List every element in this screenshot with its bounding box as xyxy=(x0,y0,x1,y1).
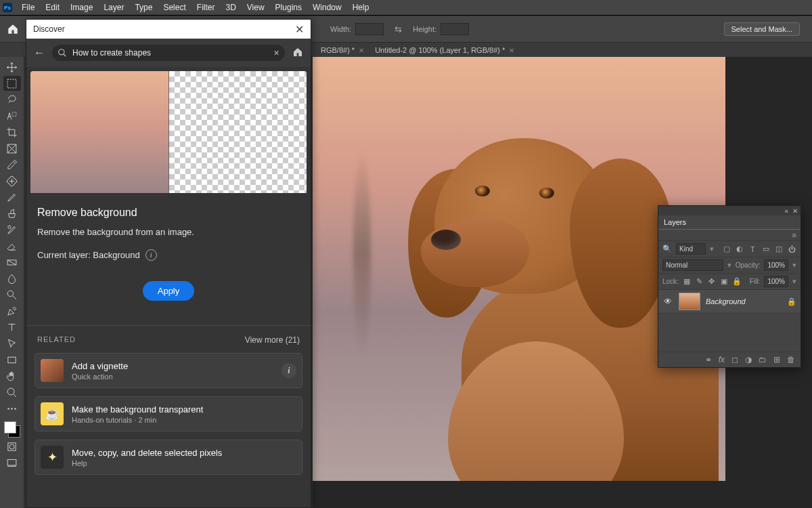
lock-label: Lock: xyxy=(662,278,679,285)
related-item-move-copy-delete[interactable]: ✦ Move, copy, and delete selected pixels… xyxy=(35,440,302,475)
svg-point-6 xyxy=(7,291,14,297)
visibility-toggle-icon[interactable]: 👁 xyxy=(662,297,673,306)
menu-help[interactable]: Help xyxy=(347,0,375,15)
optionsbar-width-label: Width: xyxy=(330,25,351,33)
related-item-subtitle: Hands-on tutorials · 2 min xyxy=(72,416,296,424)
lock-icon[interactable]: 🔒 xyxy=(787,297,796,306)
discover-preview-image xyxy=(30,71,307,193)
filter-kind-dropdown[interactable]: Kind xyxy=(676,243,706,255)
document-tab[interactable]: RGB/8#) * ✕ xyxy=(315,43,369,58)
lock-position-icon[interactable]: ✥ xyxy=(707,277,715,286)
clone-stamp-tool[interactable] xyxy=(3,206,21,221)
new-layer-icon[interactable]: ⊞ xyxy=(773,355,780,364)
type-tool[interactable] xyxy=(3,320,21,335)
discover-search-input[interactable] xyxy=(71,47,273,58)
pen-tool[interactable] xyxy=(3,303,21,318)
blend-mode-dropdown[interactable]: Normal xyxy=(662,259,723,271)
menu-layer[interactable]: Layer xyxy=(98,0,129,15)
filter-type-icon[interactable]: T xyxy=(748,245,757,253)
svg-point-13 xyxy=(9,444,14,448)
menu-select[interactable]: Select xyxy=(158,0,191,15)
menu-type[interactable]: Type xyxy=(129,0,158,15)
discover-home-button[interactable] xyxy=(290,47,305,60)
foreground-background-swatches[interactable] xyxy=(4,421,20,438)
collapse-panel-icon[interactable]: « xyxy=(784,207,788,215)
crop-tool[interactable] xyxy=(3,125,21,140)
layers-panel-tab[interactable]: Layers xyxy=(658,215,800,230)
close-tab-icon[interactable]: ✕ xyxy=(509,47,514,54)
filter-adjust-icon[interactable]: ◐ xyxy=(735,245,744,253)
close-panel-icon[interactable]: ✕ xyxy=(792,207,798,215)
document-tab[interactable]: Untitled-2 @ 100% (Layer 1, RGB/8#) * ✕ xyxy=(369,43,520,58)
discover-back-button[interactable]: ← xyxy=(32,47,47,59)
lock-icon[interactable]: 🔒 xyxy=(732,277,742,286)
blur-tool[interactable] xyxy=(3,271,21,286)
swap-dimensions-icon[interactable]: ⇆ xyxy=(394,24,402,35)
info-icon[interactable]: i xyxy=(145,249,157,261)
menu-plugins[interactable]: Plugins xyxy=(270,0,307,15)
menu-filter[interactable]: Filter xyxy=(191,0,221,15)
eraser-tool[interactable] xyxy=(3,238,21,253)
link-layers-icon[interactable]: ⚭ xyxy=(705,355,712,364)
filter-shape-icon[interactable]: ▭ xyxy=(761,245,770,253)
layer-fx-icon[interactable]: fx xyxy=(719,355,725,364)
close-tab-icon[interactable]: ✕ xyxy=(359,47,364,54)
marquee-tool[interactable] xyxy=(3,76,21,91)
history-brush-tool[interactable] xyxy=(3,222,21,237)
layer-name[interactable]: Background xyxy=(706,297,787,305)
optionsbar-width-field[interactable] xyxy=(355,23,384,35)
clear-search-icon[interactable]: ✕ xyxy=(273,49,279,58)
dodge-tool[interactable] xyxy=(3,287,21,302)
gradient-tool[interactable] xyxy=(3,255,21,270)
menu-edit[interactable]: Edit xyxy=(40,0,65,15)
menu-3d[interactable]: 3D xyxy=(220,0,241,15)
path-selection-tool[interactable] xyxy=(3,336,21,351)
menu-image[interactable]: Image xyxy=(65,0,98,15)
lock-artboard-icon[interactable]: ▣ xyxy=(720,277,728,286)
layer-row-background[interactable]: 👁 Background 🔒 xyxy=(658,290,800,314)
menu-file[interactable]: File xyxy=(16,0,40,15)
filter-pixel-icon[interactable]: ▢ xyxy=(722,245,731,253)
lock-pixel-icon[interactable]: ✎ xyxy=(695,277,703,286)
frame-tool[interactable] xyxy=(3,141,21,156)
foreground-color-swatch[interactable] xyxy=(4,421,16,433)
eyedropper-tool[interactable] xyxy=(3,157,21,172)
rectangle-tool[interactable] xyxy=(3,352,21,367)
brush-tool[interactable] xyxy=(3,190,21,205)
lock-all-icon[interactable]: ▦ xyxy=(683,277,691,286)
related-item-transparent-bg[interactable]: ☕ Make the background transparent Hands-… xyxy=(35,396,302,431)
layer-thumbnail[interactable] xyxy=(679,293,700,310)
select-and-mask-button[interactable]: Select and Mask... xyxy=(724,22,800,36)
close-panel-icon[interactable]: ✕ xyxy=(295,23,304,36)
discover-search-field[interactable]: ✕ xyxy=(52,45,285,61)
filter-toggle-icon[interactable]: ⏻ xyxy=(788,245,796,253)
home-button[interactable] xyxy=(4,20,22,38)
menu-view[interactable]: View xyxy=(242,0,270,15)
discover-result-description: Remove the background from an image. xyxy=(37,227,300,237)
layer-mask-icon[interactable]: ◻ xyxy=(731,355,738,364)
zoom-tool[interactable] xyxy=(3,385,21,400)
move-tool[interactable] xyxy=(3,60,21,75)
related-item-vignette[interactable]: Add a vignette Quick action i xyxy=(35,353,302,388)
filter-smart-icon[interactable]: ◫ xyxy=(774,245,783,253)
hand-tool[interactable] xyxy=(3,368,21,383)
delete-layer-icon[interactable]: 🗑 xyxy=(787,355,795,364)
group-layers-icon[interactable]: 🗀 xyxy=(759,355,767,364)
quick-selection-tool[interactable] xyxy=(3,108,21,123)
apply-button[interactable]: Apply xyxy=(143,281,195,301)
info-icon[interactable]: i xyxy=(281,363,296,378)
view-more-link[interactable]: View more (21) xyxy=(245,335,300,345)
lasso-tool[interactable] xyxy=(3,92,21,107)
opacity-field[interactable]: 100% xyxy=(764,259,788,271)
menu-window[interactable]: Window xyxy=(307,0,347,15)
panel-menu-icon[interactable]: ≡ xyxy=(792,231,796,239)
quick-mask-button[interactable] xyxy=(3,439,21,454)
svg-point-10 xyxy=(11,408,13,410)
screen-mode-button[interactable] xyxy=(3,455,21,470)
fill-field[interactable]: 100% xyxy=(764,276,788,287)
optionsbar-height-field[interactable] xyxy=(441,23,469,35)
healing-brush-tool[interactable] xyxy=(3,173,21,188)
edit-toolbar-button[interactable] xyxy=(3,401,21,416)
related-item-title: Add a vignette xyxy=(72,361,273,371)
adjustment-layer-icon[interactable]: ◑ xyxy=(745,355,752,364)
